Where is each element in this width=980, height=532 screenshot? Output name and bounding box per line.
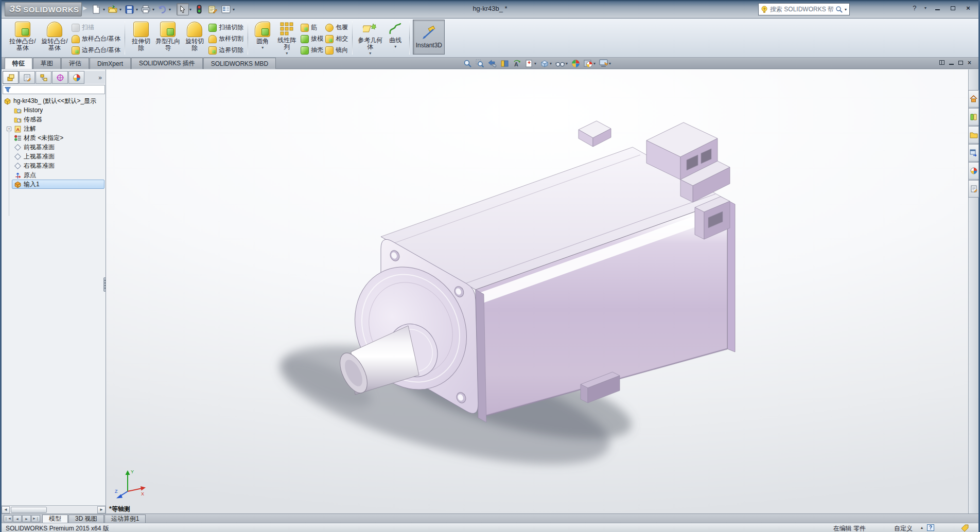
panel-horizontal-scrollbar[interactable]: ◄ ► xyxy=(2,505,106,513)
lofted-cut-button[interactable]: 放样切割 xyxy=(208,34,243,44)
view-orientation-caret[interactable]: ▾ xyxy=(534,61,536,66)
intersect-button[interactable]: 相交 xyxy=(325,34,348,44)
tree-item-right-plane[interactable]: 右视基准面 xyxy=(2,161,106,170)
extruded-cut-button[interactable]: 拉伸切除 xyxy=(129,21,153,51)
status-custom-dropdown[interactable]: 自定义 xyxy=(894,524,913,532)
search-input[interactable]: ? 搜索 SOLIDWORKS 帮助 ▾ xyxy=(758,3,850,15)
boundary-cut-button[interactable]: 边界切除 xyxy=(208,45,243,55)
design-library-tab[interactable] xyxy=(968,108,979,126)
custom-properties-tab[interactable] xyxy=(968,180,979,198)
previous-view-button[interactable] xyxy=(487,59,498,68)
tree-item-origin[interactable]: 原点 xyxy=(2,170,106,180)
help-caret[interactable]: ▾ xyxy=(924,6,926,10)
tree-filter-bar[interactable] xyxy=(3,85,105,94)
revolved-boss-button[interactable]: 旋转凸台/基体 xyxy=(40,21,69,51)
status-tag-icon[interactable] xyxy=(961,524,969,531)
fillet-caret[interactable]: ▾ xyxy=(261,45,264,50)
swept-cut-button[interactable]: 扫描切除 xyxy=(208,23,243,32)
scroll-thumb[interactable] xyxy=(11,507,47,513)
view-settings-caret[interactable]: ▾ xyxy=(609,61,611,66)
tree-item-material[interactable]: 材质 <未指定> xyxy=(2,133,106,143)
tree-item-imported1[interactable]: 输入1 xyxy=(2,180,106,189)
tab-mbd[interactable]: SOLIDWORKS MBD xyxy=(203,58,276,69)
options-caret[interactable]: ▾ xyxy=(233,7,235,12)
tab-dimxpert[interactable]: DimXpert xyxy=(90,58,131,69)
model-tab[interactable]: 模型 xyxy=(42,515,68,523)
print-button[interactable] xyxy=(139,3,152,15)
tab-sketch[interactable]: 草图 xyxy=(33,58,61,69)
last-tab-button[interactable]: ►❘ xyxy=(31,515,40,522)
fillet-button[interactable]: 圆角 ▾ xyxy=(252,21,273,50)
apply-scene-button[interactable]: ▾ xyxy=(583,59,597,68)
print-caret[interactable]: ▾ xyxy=(152,7,154,12)
mirror-button[interactable]: 镜向 xyxy=(325,45,348,55)
section-view-button[interactable] xyxy=(499,59,510,68)
next-tab-button[interactable]: ► xyxy=(22,515,31,522)
prev-tab-button[interactable]: ◄ xyxy=(13,515,22,522)
tree-item-sensors[interactable]: 传感器 xyxy=(2,115,106,124)
hide-show-caret[interactable]: ▾ xyxy=(566,61,568,66)
tree-item-annotations[interactable]: + A 注解 xyxy=(2,124,106,133)
open-button[interactable] xyxy=(107,3,119,15)
tab-features[interactable]: 特征 xyxy=(5,58,32,69)
3d-views-tab[interactable]: 3D 视图 xyxy=(68,515,104,523)
split-view-button[interactable] xyxy=(939,59,944,66)
undo-button[interactable] xyxy=(156,3,168,15)
linear-pattern-caret[interactable]: ▾ xyxy=(286,51,288,56)
wrap-button[interactable]: 包覆 xyxy=(325,23,348,32)
doc-minimize-button[interactable] xyxy=(949,59,954,66)
view-orientation-button[interactable]: ▾ xyxy=(524,59,537,68)
tree-item-top-plane[interactable]: 上视基准面 xyxy=(2,152,106,161)
dynamic-annotation-views-button[interactable]: A xyxy=(512,59,522,68)
appearances-scenes-tab[interactable] xyxy=(968,162,979,180)
graphics-viewport[interactable]: Y X Z *等轴测 xyxy=(106,69,968,513)
hide-show-items-button[interactable]: ▾ xyxy=(554,59,569,68)
revolved-cut-button[interactable]: 旋转切除 xyxy=(183,21,206,51)
zoom-to-fit-button[interactable] xyxy=(462,59,473,68)
curves-button[interactable]: 曲线 ▾ xyxy=(386,21,405,49)
panel-tab-overflow[interactable]: » xyxy=(95,71,105,84)
hole-wizard-button[interactable]: 异型孔向导 xyxy=(155,21,181,51)
extruded-boss-button[interactable]: 拉伸凸台/基体 xyxy=(8,21,38,51)
view-palette-tab[interactable] xyxy=(968,144,979,162)
select-button[interactable] xyxy=(177,3,189,15)
reference-geometry-caret[interactable]: ▾ xyxy=(369,51,371,56)
view-settings-button[interactable]: ▾ xyxy=(598,59,612,68)
menu-expand-arrow[interactable]: ▶ xyxy=(83,5,87,11)
rib-button[interactable]: 筋 xyxy=(301,23,323,32)
close-button[interactable]: × xyxy=(963,4,973,12)
featuremanager-tab[interactable] xyxy=(3,71,19,84)
propertymanager-tab[interactable] xyxy=(19,71,35,84)
linear-pattern-button[interactable]: 线性阵列 ▾ xyxy=(275,21,299,56)
file-properties-button[interactable] xyxy=(206,3,219,15)
apply-scene-caret[interactable]: ▾ xyxy=(593,61,596,66)
scroll-left-arrow[interactable]: ◄ xyxy=(2,506,10,513)
status-custom-caret[interactable]: ▴ xyxy=(921,525,923,530)
undo-caret[interactable]: ▾ xyxy=(169,7,171,12)
tree-item-history[interactable]: History xyxy=(2,105,106,115)
options-button[interactable] xyxy=(220,3,232,15)
new-document-button[interactable] xyxy=(90,3,102,15)
reference-geometry-button[interactable]: 参考几何体 ▾ xyxy=(357,21,383,56)
select-caret[interactable]: ▾ xyxy=(189,7,191,12)
expand-toggle-icon[interactable]: + xyxy=(7,127,11,131)
first-tab-button[interactable]: ❘◄ xyxy=(4,515,12,522)
doc-close-button[interactable]: × xyxy=(968,59,971,66)
tab-addins[interactable]: SOLIDWORKS 插件 xyxy=(131,58,203,69)
tree-item-front-plane[interactable]: 前视基准面 xyxy=(2,143,106,152)
display-style-caret[interactable]: ▾ xyxy=(550,61,552,66)
model-3d-servo-motor[interactable] xyxy=(106,69,968,513)
open-caret[interactable]: ▾ xyxy=(119,7,121,12)
instant3d-toggle[interactable]: Instant3D xyxy=(413,20,445,55)
solidworks-resources-tab[interactable] xyxy=(968,90,979,108)
tree-item-part-root[interactable]: hg-kr43b_ (默认<<默认>_显示 xyxy=(2,96,106,105)
save-caret[interactable]: ▾ xyxy=(136,7,138,12)
help-button[interactable]: ? xyxy=(909,4,920,12)
draft-button[interactable]: 拔模 xyxy=(301,34,323,44)
swept-boss-button[interactable]: 扫描 xyxy=(72,23,120,32)
displaymanager-tab[interactable] xyxy=(68,71,84,84)
boundary-boss-button[interactable]: 边界凸台/基体 xyxy=(72,45,120,55)
lofted-boss-button[interactable]: 放样凸台/基体 xyxy=(72,34,120,44)
traffic-light-button[interactable] xyxy=(193,3,205,15)
display-style-button[interactable]: ▾ xyxy=(539,59,553,68)
